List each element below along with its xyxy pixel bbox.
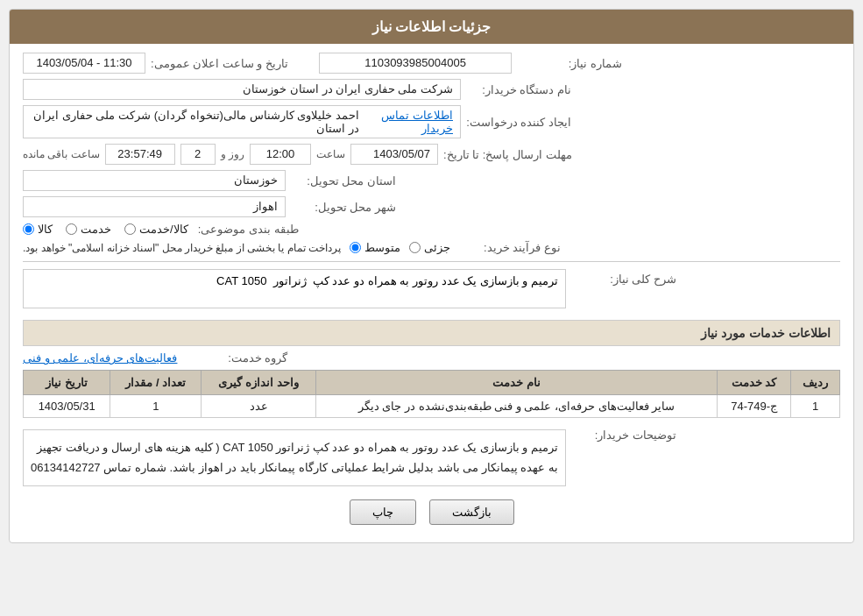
buyer-org-value: شرکت ملی حفاری ایران در استان خوزستان xyxy=(23,79,461,100)
purchase-radio-mutavasit[interactable] xyxy=(350,242,361,253)
cell-date: 1403/05/31 xyxy=(24,395,110,418)
purchase-jozii[interactable]: جزئی xyxy=(409,241,450,254)
announce-datetime-value: 1403/05/04 - 11:30 xyxy=(23,53,145,74)
col-quantity: تعداد / مقدار xyxy=(110,371,202,395)
category-kala-khidmat[interactable]: کالا/خدمت xyxy=(124,223,188,236)
service-group-label: گروه خدمت: xyxy=(182,351,287,365)
purchase-note: پرداخت تمام یا بخشی از مبلغ خریدار محل "… xyxy=(23,242,341,254)
category-kala-label: کالا xyxy=(38,223,53,236)
cell-unit: عدد xyxy=(202,395,316,418)
purchase-mutavasit[interactable]: متوسط xyxy=(350,241,400,254)
col-service-code: کد خدمت xyxy=(717,371,790,395)
city-value: اهواز xyxy=(23,196,286,217)
category-khidmat[interactable]: خدمت xyxy=(66,223,111,236)
creator-label: ایجاد کننده درخواست: xyxy=(466,116,571,129)
cell-service-code: ج-749-74 xyxy=(717,395,790,418)
table-row: 1ج-749-74سایر فعالیت‌های حرفه‌ای، علمی و… xyxy=(24,395,840,418)
purchase-type-label: نوع فرآیند خرید: xyxy=(456,241,561,254)
col-service-name: نام خدمت xyxy=(316,371,718,395)
category-kala[interactable]: کالا xyxy=(23,223,53,236)
cell-row-num: 1 xyxy=(791,395,840,418)
need-desc-textarea xyxy=(23,269,566,308)
services-info-header: اطلاعات خدمات مورد نیاز xyxy=(23,320,840,346)
need-number-value: 1103093985004005 xyxy=(319,53,512,74)
purchase-mutavasit-label: متوسط xyxy=(364,241,400,254)
deadline-time: 12:00 xyxy=(250,144,311,165)
col-date: تاریخ نیاز xyxy=(24,371,110,395)
deadline-days: 2 xyxy=(180,144,216,165)
services-table: ردیف کد خدمت نام خدمت واحد اندازه گیری ت… xyxy=(23,370,840,418)
category-radio-khidmat[interactable] xyxy=(66,223,77,235)
category-radio-kala[interactable] xyxy=(23,223,34,235)
buyer-org-label: نام دستگاه خریدار: xyxy=(466,83,571,96)
deadline-date: 1403/05/07 xyxy=(350,144,438,165)
deadline-remaining-label: ساعت باقی مانده xyxy=(23,148,100,160)
col-unit: واحد اندازه گیری xyxy=(202,371,316,395)
button-row: بازگشت چاپ xyxy=(23,499,840,525)
page-header: جزئیات اطلاعات نیاز xyxy=(10,10,853,44)
need-desc-label: شرح کلی نیاز: xyxy=(571,269,676,286)
creator-name: احمد خلیلاوی کارشناس مالی(تنخواه گردان) … xyxy=(31,109,359,135)
category-khidmat-label: خدمت xyxy=(81,223,111,236)
category-label: طبقه بندی موضوعی: xyxy=(194,223,299,236)
deadline-label: مهلت ارسال پاسخ: تا تاریخ: xyxy=(443,148,572,161)
deadline-days-label: روز و xyxy=(221,148,244,160)
city-label: شهر محل تحویل: xyxy=(291,201,396,214)
deadline-remaining: 23:57:49 xyxy=(105,144,175,165)
purchase-jozii-label: جزئی xyxy=(424,241,450,254)
province-label: استان محل تحویل: xyxy=(291,174,396,188)
category-kala-khidmat-label: کالا/خدمت xyxy=(139,223,188,236)
category-radio-kala-khidmat[interactable] xyxy=(124,223,136,235)
province-value: خوزستان xyxy=(23,170,286,191)
cell-quantity: 1 xyxy=(110,395,202,418)
announce-datetime-label: تاریخ و ساعت اعلان عمومی: xyxy=(151,57,288,70)
deadline-time-label: ساعت xyxy=(316,148,345,160)
back-button[interactable]: بازگشت xyxy=(429,499,514,525)
col-row-num: ردیف xyxy=(791,371,840,395)
need-number-label: شماره نیاز: xyxy=(517,57,622,70)
buyer-notes-value: ترمیم و بازسازی یک عدد روتور به همراه دو… xyxy=(23,429,566,486)
creator-contact-link[interactable]: اطلاعات تماس خریدار xyxy=(359,109,453,135)
purchase-radio-jozii[interactable] xyxy=(409,242,421,253)
cell-service-name: سایر فعالیت‌های حرفه‌ای، علمی و فنی طبقه… xyxy=(316,395,718,418)
service-group-value[interactable]: فعالیت‌های حرفه‌ای، علمی و فنی xyxy=(23,351,177,365)
page-title: جزئیات اطلاعات نیاز xyxy=(372,19,492,34)
buyer-notes-label: توضیحات خریدار: xyxy=(571,425,676,442)
print-button[interactable]: چاپ xyxy=(350,499,416,525)
creator-value: اطلاعات تماس خریدار احمد خلیلاوی کارشناس… xyxy=(23,105,461,138)
